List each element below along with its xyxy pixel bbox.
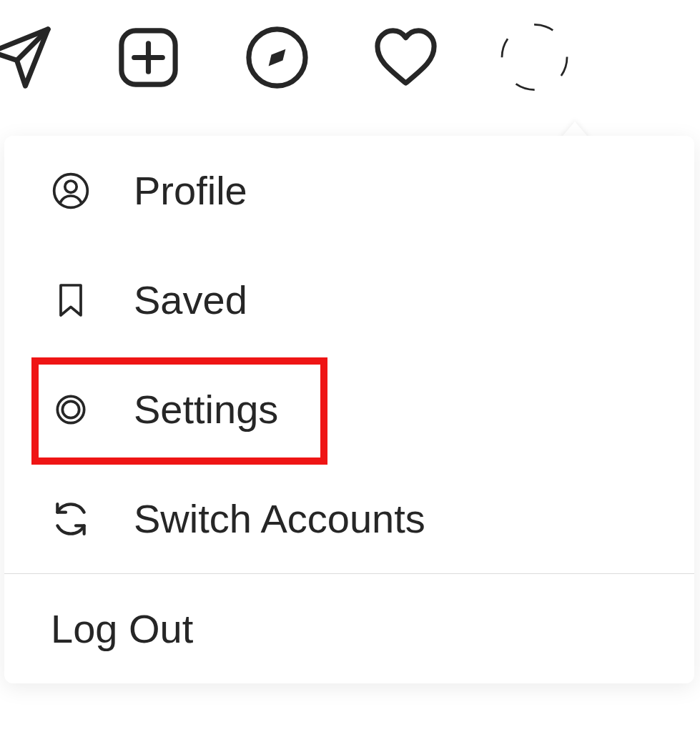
svg-point-10 [62,401,79,417]
menu-item-logout[interactable]: Log Out [4,574,694,683]
send-icon[interactable] [0,24,54,92]
menu-item-label: Saved [134,277,247,323]
menu-item-saved[interactable]: Saved [4,245,694,355]
svg-marker-5 [269,49,286,66]
svg-point-6 [502,24,567,89]
menu-item-label: Switch Accounts [134,495,425,542]
swap-icon [51,499,91,539]
top-nav [0,0,700,114]
user-circle-icon [51,171,91,211]
menu-item-label: Settings [134,386,278,432]
activity-heart-icon[interactable] [372,24,440,92]
menu-item-profile[interactable]: Profile [4,136,694,245]
menu-item-switch-accounts[interactable]: Switch Accounts [4,464,694,573]
menu-item-settings[interactable]: Settings [4,355,694,464]
menu-item-label: Profile [134,167,247,214]
new-post-icon[interactable] [114,24,182,92]
bookmark-icon [51,280,91,320]
menu-item-label: Log Out [51,605,193,652]
svg-point-8 [65,181,77,192]
explore-icon[interactable] [243,24,311,92]
profile-dropdown: Profile Saved Settings [4,136,694,683]
gear-icon [51,390,91,430]
profile-avatar-icon[interactable] [501,24,568,92]
